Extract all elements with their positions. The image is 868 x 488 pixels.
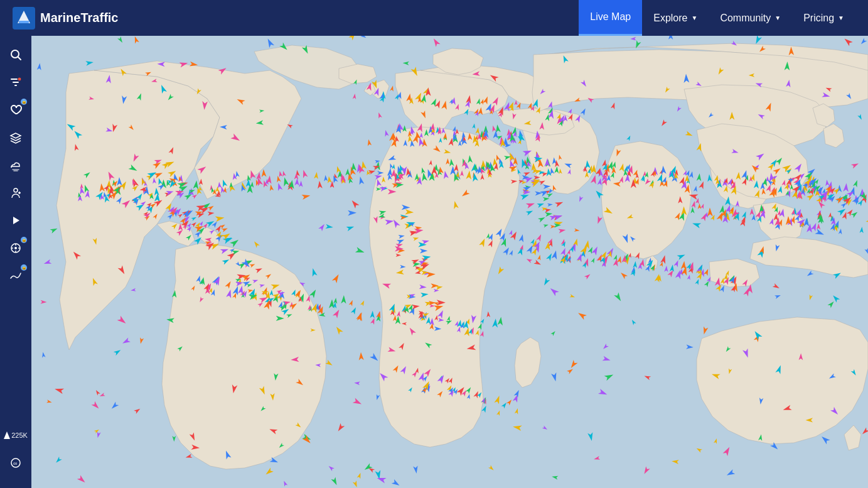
lock-badge-analytics: 🔒 [21, 264, 27, 271]
tools-button[interactable]: 🔒 [3, 236, 28, 261]
nav-explore-chevron: ▼ [691, 14, 697, 21]
heart-icon [9, 104, 22, 116]
weather-button[interactable] [3, 153, 28, 178]
nav-live-map-label: Live Map [590, 11, 631, 23]
nav-pricing-label: Pricing [803, 13, 834, 24]
lock-badge-tools: 🔒 [21, 237, 27, 243]
nav-explore-label: Explore [653, 13, 687, 24]
sidebar: 🔒 � [0, 36, 31, 488]
vessel-count-display: 225K [3, 423, 28, 448]
svg-marker-9 [13, 217, 19, 224]
play-icon [9, 214, 22, 227]
filter-button[interactable] [3, 70, 28, 95]
zoom-icon: ∞ [10, 457, 21, 469]
play-button[interactable] [3, 208, 28, 233]
svg-marker-16 [4, 431, 10, 439]
map-canvas: // We'll generate vessels via JS after S… [31, 36, 868, 488]
svg-rect-2 [19, 21, 29, 23]
favorites-button[interactable]: 🔒 [3, 97, 28, 122]
map-area[interactable]: // We'll generate vessels via JS after S… [31, 36, 868, 488]
svg-text:∞: ∞ [13, 460, 17, 467]
nav-live-map[interactable]: Live Map [579, 0, 642, 36]
zoom-button[interactable]: ∞ [3, 450, 28, 475]
nav-pricing-chevron: ▼ [838, 14, 844, 21]
vessel-count-arrow [4, 431, 10, 439]
search-button[interactable] [3, 42, 28, 67]
nav-community-chevron: ▼ [774, 14, 781, 21]
persons-button[interactable] [3, 180, 28, 205]
analytics-button[interactable]: 🔒 [3, 263, 28, 288]
tools-icon [9, 242, 22, 254]
layers-button[interactable] [3, 125, 28, 150]
nav-community[interactable]: Community ▼ [709, 0, 792, 36]
lock-badge-favorites: 🔒 [21, 99, 27, 105]
nav-items: Live Map Explore ▼ Community ▼ Pricing ▼ [579, 0, 855, 36]
persons-icon [9, 187, 22, 199]
vessel-count-label: 225K [11, 431, 28, 439]
filter-icon [9, 76, 22, 89]
logo-area[interactable]: MarineTraffic [13, 7, 118, 30]
sidebar-bottom: 225K ∞ [3, 423, 28, 482]
search-icon [9, 48, 22, 61]
logo-icon [13, 7, 35, 30]
svg-point-6 [14, 188, 18, 192]
navbar: MarineTraffic Live Map Explore ▼ Communi… [0, 0, 868, 36]
nav-community-label: Community [720, 13, 771, 24]
weather-icon [9, 159, 22, 171]
logo-text: MarineTraffic [40, 11, 118, 25]
analytics-icon [9, 269, 22, 282]
svg-point-5 [18, 77, 21, 81]
nav-explore[interactable]: Explore ▼ [642, 0, 709, 36]
svg-point-11 [14, 247, 17, 249]
svg-line-4 [18, 57, 21, 60]
nav-pricing[interactable]: Pricing ▼ [792, 0, 855, 36]
svg-point-3 [11, 50, 19, 58]
layers-icon [9, 131, 22, 144]
